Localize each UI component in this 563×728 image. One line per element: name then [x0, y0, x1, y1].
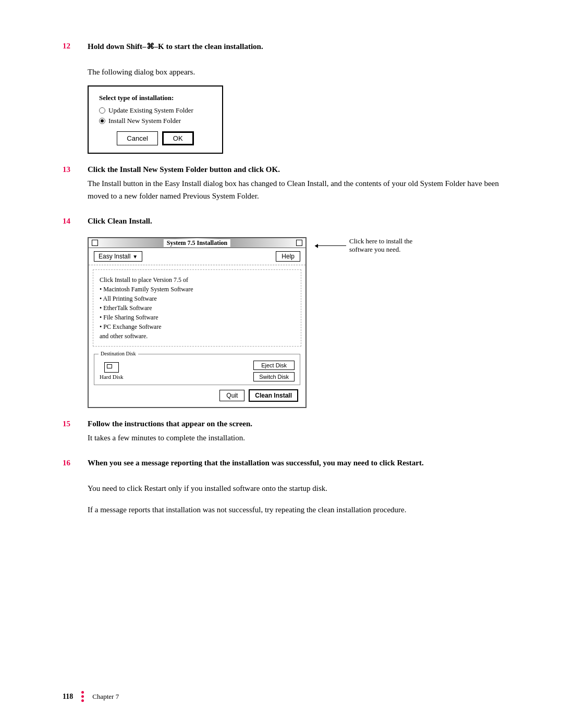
- radio-group: Update Existing System Folder Install Ne…: [99, 106, 212, 125]
- step-16-body1: You need to click Restart only if you in…: [88, 482, 511, 495]
- radio-update: Update Existing System Folder: [99, 106, 212, 115]
- annotation-line2: software you need.: [349, 245, 412, 254]
- radio-update-label: Update Existing System Folder: [108, 106, 193, 115]
- step-16-number: 16: [63, 459, 88, 467]
- destination-section: Destination Disk Hard Disk Eject Disk Sw…: [94, 354, 300, 385]
- window-toolbar: Easy Install ▼ Help: [89, 248, 305, 265]
- easy-install-label: Easy Install: [99, 253, 130, 260]
- window-content: Click Install to place Version 7.5 of • …: [93, 269, 301, 347]
- radio-install-new-label: Install New System Folder: [108, 117, 181, 125]
- destination-row: Hard Disk Eject Disk Switch Disk: [100, 361, 295, 381]
- footer-chapter-label: Chapter 7: [92, 693, 119, 701]
- content-line3: • All Printing Software: [100, 294, 295, 303]
- hard-disk-area: Hard Disk: [100, 362, 124, 380]
- help-button[interactable]: Help: [276, 251, 300, 262]
- step-12-title: Hold down Shift–⌘–K to start the clean i…: [88, 42, 511, 51]
- window-titlebar: System 7.5 Installation: [89, 238, 305, 248]
- step-15-number: 15: [63, 419, 88, 428]
- step-14-number: 14: [63, 217, 88, 226]
- step-14-title: Click Clean Install.: [88, 217, 511, 226]
- step-13-number: 13: [63, 165, 88, 174]
- install-window-wrapper: System 7.5 Installation Easy Install ▼ H…: [88, 237, 511, 408]
- step-13-body: The Install button in the Easy Install d…: [88, 177, 511, 202]
- eject-disk-button[interactable]: Eject Disk: [253, 361, 295, 370]
- content-line1: Click Install to place Version 7.5 of: [100, 275, 295, 285]
- step-16-body2: If a message reports that installation w…: [88, 503, 511, 516]
- dropdown-arrow-icon: ▼: [132, 254, 138, 260]
- bottom-row: Quit Clean Install: [94, 389, 300, 402]
- window-title: System 7.5 Installation: [164, 239, 230, 247]
- radio-install-new-circle[interactable]: [99, 118, 105, 124]
- step-12-number: 12: [63, 42, 88, 51]
- clean-install-button[interactable]: Clean Install: [249, 389, 298, 402]
- following-text: The following dialog box appears.: [88, 66, 511, 78]
- hard-disk-label: Hard Disk: [100, 374, 124, 380]
- radio-install-new: Install New System Folder: [99, 117, 212, 125]
- annotation-line: Click here to install the software you n…: [315, 237, 412, 254]
- content-line4: • EtherTalk Software: [100, 303, 295, 313]
- dialog-title: Select type of installation:: [99, 94, 212, 102]
- step-16-title: When you see a message reporting that th…: [88, 459, 511, 467]
- easy-install-button[interactable]: Easy Install ▼: [94, 251, 142, 262]
- switch-disk-button[interactable]: Switch Disk: [253, 372, 295, 381]
- footer-dot-1: [81, 691, 84, 694]
- page-footer: 118 Chapter 7: [63, 691, 119, 702]
- step-15-body: It takes a few minutes to complete the i…: [88, 431, 511, 444]
- footer-dot-2: [81, 695, 84, 698]
- install-window: System 7.5 Installation Easy Install ▼ H…: [88, 237, 307, 408]
- content-line5: • File Sharing Software: [100, 313, 295, 322]
- annotation: Click here to install the software you n…: [315, 237, 412, 264]
- footer-dot-3: [81, 699, 84, 702]
- step-15-title: Follow the instructions that appear on t…: [88, 419, 511, 428]
- page-number: 118: [63, 693, 73, 701]
- system-type-dialog: Select type of installation: Update Exis…: [88, 85, 223, 154]
- destination-label: Destination Disk: [99, 351, 138, 356]
- window-bottom: Destination Disk Hard Disk Eject Disk Sw…: [89, 351, 305, 407]
- destination-buttons: Eject Disk Switch Disk: [253, 361, 295, 381]
- radio-update-circle[interactable]: [99, 107, 105, 114]
- content-line6: • PC Exchange Software: [100, 322, 295, 331]
- arrow-line-icon: [315, 245, 346, 246]
- annotation-text: Click here to install the software you n…: [349, 237, 412, 254]
- window-zoom-box[interactable]: [296, 240, 302, 246]
- content-line7: and other software.: [100, 331, 295, 341]
- hard-disk-icon: [104, 362, 119, 373]
- annotation-line1: Click here to install the: [349, 237, 412, 245]
- ok-button[interactable]: OK: [162, 131, 194, 145]
- window-close-box[interactable]: [92, 240, 98, 246]
- step-13-title: Click the Install New System Folder butt…: [88, 165, 511, 174]
- quit-button[interactable]: Quit: [219, 390, 244, 401]
- footer-dots-icon: [81, 691, 84, 702]
- content-line2: • Macintosh Family System Software: [100, 285, 295, 294]
- dialog-buttons: Cancel OK: [99, 131, 212, 145]
- cancel-button[interactable]: Cancel: [117, 131, 157, 145]
- dialog-wrapper: Select type of installation: Update Exis…: [88, 85, 511, 154]
